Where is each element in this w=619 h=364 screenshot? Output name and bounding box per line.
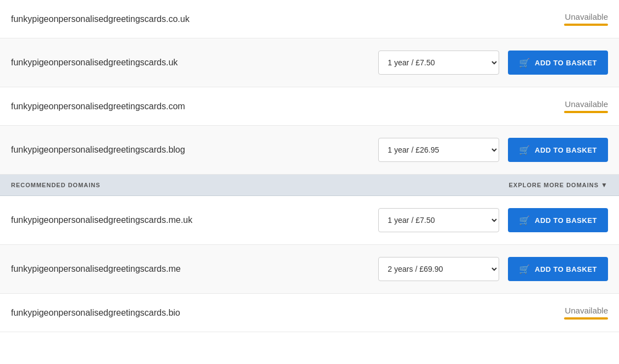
explore-more-domains-button[interactable]: EXPLORE MORE DOMAINS ▼ xyxy=(509,181,608,189)
domain-row-blog: funkypigeonpersonalisedgreetingscards.bl… xyxy=(0,126,619,175)
domain-row-bio: funkypigeonpersonalisedgreetingscards.bi… xyxy=(0,294,619,332)
domain-row-com: funkypigeonpersonalisedgreetingscards.co… xyxy=(0,87,619,126)
add-to-basket-label-uk: ADD TO BASKET xyxy=(535,59,597,67)
add-to-basket-label-me-uk: ADD TO BASKET xyxy=(535,216,597,225)
pricing-select-uk[interactable]: 1 year / £7.502 years / £15.003 years / … xyxy=(378,51,499,75)
cart-icon: 🛒 xyxy=(519,58,530,68)
add-to-basket-label-me: ADD TO BASKET xyxy=(535,265,597,273)
unavailable-bar-bio xyxy=(564,317,608,320)
add-to-basket-label-blog: ADD TO BASKET xyxy=(535,146,597,154)
domain-name-blog: funkypigeonpersonalisedgreetingscards.bl… xyxy=(11,145,378,155)
domain-row-me-uk: funkypigeonpersonalisedgreetingscards.me… xyxy=(0,196,619,245)
domain-name-co-uk: funkypigeonpersonalisedgreetingscards.co… xyxy=(11,14,520,24)
unavailable-text-bio: Unavailable xyxy=(565,306,608,315)
chevron-down-icon: ▼ xyxy=(601,181,608,189)
domain-name-bio: funkypigeonpersonalisedgreetingscards.bi… xyxy=(11,308,520,318)
cart-icon: 🛒 xyxy=(519,145,530,155)
pricing-select-me[interactable]: 1 year / £34.952 years / £69.90 xyxy=(378,257,499,281)
domain-name-uk: funkypigeonpersonalisedgreetingscards.uk xyxy=(11,58,378,68)
recommended-domains-label: RECOMMENDED DOMAINS xyxy=(11,182,101,188)
domain-row-co-uk: funkypigeonpersonalisedgreetingscards.co… xyxy=(0,0,619,38)
unavailable-text-com: Unavailable xyxy=(565,99,608,109)
add-to-basket-button-me[interactable]: 🛒ADD TO BASKET xyxy=(508,257,608,281)
unavailable-bar-co-uk xyxy=(564,24,608,26)
add-to-basket-button-blog[interactable]: 🛒ADD TO BASKET xyxy=(508,138,608,162)
pricing-select-blog[interactable]: 1 year / £26.952 years / £53.90 xyxy=(378,138,499,162)
unavailable-block-com: Unavailable xyxy=(520,99,608,113)
unavailable-text-co-uk: Unavailable xyxy=(565,12,608,21)
unavailable-block-bio: Unavailable xyxy=(520,306,608,320)
pricing-select-me-uk[interactable]: 1 year / £7.502 years / £15.00 xyxy=(378,208,499,232)
domain-row-uk: funkypigeonpersonalisedgreetingscards.uk… xyxy=(0,38,619,87)
add-to-basket-button-uk[interactable]: 🛒ADD TO BASKET xyxy=(508,51,608,75)
domain-name-me-uk: funkypigeonpersonalisedgreetingscards.me… xyxy=(11,215,378,225)
cart-icon: 🛒 xyxy=(519,264,530,275)
unavailable-bar-com xyxy=(564,111,608,113)
domain-row-me: funkypigeonpersonalisedgreetingscards.me… xyxy=(0,245,619,294)
domain-name-com: funkypigeonpersonalisedgreetingscards.co… xyxy=(11,102,520,111)
unavailable-block-co-uk: Unavailable xyxy=(520,12,608,26)
cart-icon: 🛒 xyxy=(519,215,530,226)
add-to-basket-button-me-uk[interactable]: 🛒ADD TO BASKET xyxy=(508,208,608,232)
recommended-domains-bar: RECOMMENDED DOMAINS EXPLORE MORE DOMAINS… xyxy=(0,175,619,196)
explore-more-label: EXPLORE MORE DOMAINS xyxy=(509,182,599,188)
domain-name-me: funkypigeonpersonalisedgreetingscards.me xyxy=(11,264,378,274)
